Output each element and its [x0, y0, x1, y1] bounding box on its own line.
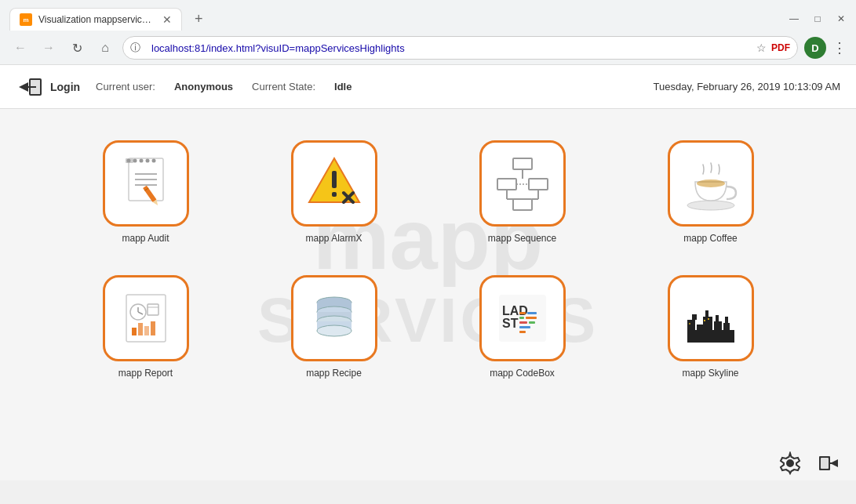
app-label-sequence: mapp Sequence: [488, 233, 556, 244]
current-user-value: Anonymous: [174, 81, 233, 92]
svg-point-52: [317, 325, 352, 336]
svg-rect-67: [697, 325, 703, 330]
current-state-label: Current State:: [252, 81, 315, 92]
app-tile-audit[interactable]: mapp Audit: [75, 140, 217, 244]
svg-rect-61: [529, 321, 535, 324]
svg-rect-45: [151, 321, 155, 335]
svg-rect-65: [687, 320, 695, 330]
browser-chrome: m Visualization mappserviceshighli... ✕ …: [0, 0, 856, 65]
svg-rect-26: [529, 179, 548, 190]
footer-bar: [0, 446, 856, 480]
svg-rect-60: [519, 321, 527, 324]
app-label-report: mapp Report: [118, 368, 173, 379]
app-tile-recipe[interactable]: mapp Recipe: [264, 275, 405, 379]
svg-rect-63: [519, 331, 526, 333]
svg-point-10: [139, 159, 143, 163]
browser-menu-button[interactable]: ⋮: [832, 39, 847, 56]
app-icon-alarmx[interactable]: [291, 140, 377, 227]
svg-rect-24: [513, 158, 532, 169]
back-button[interactable]: ←: [9, 37, 31, 59]
address-bar: ← → ↻ ⌂ ⓘ ☆ PDF D ⋮: [0, 31, 856, 64]
tab-favicon: m: [20, 13, 32, 26]
svg-rect-59: [526, 317, 537, 319]
svg-point-8: [126, 159, 130, 163]
svg-rect-21: [332, 192, 337, 197]
svg-rect-58: [519, 317, 524, 319]
app-icon-recipe[interactable]: [291, 275, 377, 361]
svg-rect-42: [132, 328, 137, 335]
apps-grid: mapp Audit mapp AlarmX: [0, 109, 856, 410]
close-button[interactable]: ✕: [836, 13, 847, 24]
address-input[interactable]: [122, 36, 798, 60]
app-label-skyline: mapp Skyline: [682, 368, 738, 379]
app-tile-sequence[interactable]: mapp Sequence: [452, 140, 593, 244]
app-icon-audit[interactable]: [103, 140, 189, 227]
svg-text:LAD: LAD: [502, 304, 528, 317]
bookmark-icon[interactable]: ☆: [756, 42, 767, 54]
app-label-recipe: mapp Recipe: [306, 368, 362, 379]
window-controls: — □ ✕: [789, 13, 847, 24]
svg-rect-75: [708, 318, 709, 320]
svg-rect-64: [687, 330, 734, 343]
logout-button[interactable]: [815, 451, 840, 476]
app-icon-skyline[interactable]: [668, 275, 754, 361]
svg-rect-82: [830, 462, 836, 464]
svg-rect-76: [689, 323, 690, 325]
login-icon: [16, 73, 44, 101]
svg-point-12: [151, 159, 155, 163]
app-icon-report[interactable]: [103, 275, 189, 361]
svg-rect-73: [725, 317, 728, 323]
app-label-audit: mapp Audit: [122, 233, 169, 244]
address-wrapper: ⓘ ☆ PDF: [122, 36, 798, 60]
svg-rect-62: [519, 326, 530, 328]
svg-rect-57: [527, 312, 537, 314]
app-tile-report[interactable]: mapp Report: [75, 275, 217, 379]
svg-rect-44: [144, 326, 149, 335]
header-info: Current user: Anonymous Current State: I…: [96, 81, 352, 92]
svg-rect-25: [497, 179, 516, 190]
svg-text:m: m: [23, 16, 28, 24]
tab-close-icon[interactable]: ✕: [162, 13, 172, 26]
app-icon-sequence[interactable]: [479, 140, 566, 227]
user-avatar[interactable]: D: [804, 37, 826, 59]
settings-button[interactable]: [778, 451, 803, 476]
app-tile-coffee[interactable]: mapp Coffee: [640, 140, 781, 244]
forward-button[interactable]: →: [38, 37, 60, 59]
app-icon-codebox[interactable]: LAD ST: [479, 275, 566, 361]
lock-icon: ⓘ: [130, 41, 140, 55]
header-datetime: Tuesday, February 26, 2019 10:13:09 AM: [654, 81, 840, 92]
svg-rect-43: [138, 323, 143, 335]
app-tile-skyline[interactable]: mapp Skyline: [640, 275, 781, 379]
svg-point-35: [697, 179, 725, 187]
svg-rect-20: [332, 171, 337, 188]
app-label-alarmx: mapp AlarmX: [305, 233, 362, 244]
pdf-icon: PDF: [771, 42, 790, 53]
svg-rect-5: [27, 86, 36, 88]
app-tile-codebox[interactable]: LAD ST mapp CodeBox: [452, 275, 593, 379]
app-label-coffee: mapp Coffee: [683, 233, 738, 244]
current-state-value: Idle: [334, 81, 352, 92]
home-button[interactable]: ⌂: [94, 37, 116, 59]
new-tab-button[interactable]: +: [188, 11, 209, 27]
minimize-button[interactable]: —: [789, 13, 800, 24]
title-bar: m Visualization mappserviceshighli... ✕ …: [0, 0, 856, 31]
app-icon-coffee[interactable]: [668, 140, 754, 227]
app-label-codebox: mapp CodeBox: [490, 368, 555, 379]
svg-rect-70: [714, 321, 722, 330]
svg-rect-66: [692, 314, 697, 320]
reload-button[interactable]: ↻: [66, 37, 88, 59]
svg-rect-69: [705, 310, 708, 317]
svg-rect-74: [704, 320, 705, 321]
current-user-label: Current user:: [96, 81, 155, 92]
tab-title: Visualization mappserviceshighli...: [38, 14, 153, 25]
login-button[interactable]: Login: [50, 81, 80, 93]
svg-point-34: [687, 201, 734, 210]
svg-point-11: [145, 159, 149, 163]
maximize-button[interactable]: □: [812, 13, 823, 24]
browser-tab[interactable]: m Visualization mappserviceshighli... ✕: [9, 8, 182, 31]
browser-actions: D ⋮: [804, 37, 847, 59]
login-section: Login: [16, 73, 80, 101]
svg-text:ST: ST: [502, 317, 519, 330]
app-tile-alarmx[interactable]: mapp AlarmX: [264, 140, 405, 244]
svg-rect-80: [821, 458, 829, 469]
